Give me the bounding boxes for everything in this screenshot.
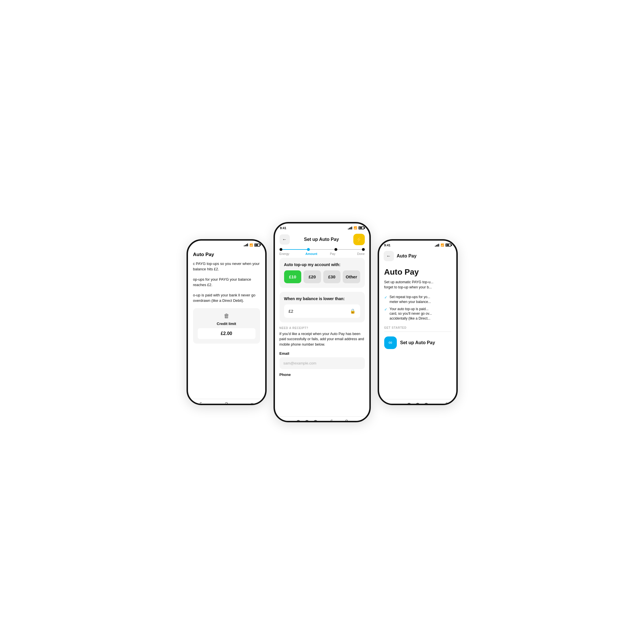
amount-20-button[interactable]: £20 [304,270,321,283]
setup-autopay-button[interactable]: ∞ Set up Auto Pay [384,335,451,350]
center-nav-header: ← Set up Auto Pay ⚡ [275,231,369,248]
right-nav-usage[interactable]: ⬤—⬤—⬤ [407,402,429,405]
amount-card-title: Auto top-up my account with: [284,262,360,267]
left-nav-item-menu[interactable]: ≡ [251,401,254,405]
credit-limit-value: £2.00 [198,328,255,339]
right-payment-icon: £ [445,402,448,405]
left-text-2: op-ups for your PAYG your balance reache… [193,277,260,288]
battery-icon [254,243,260,247]
center-nav-help[interactable]: ? [345,419,348,422]
right-body: Auto Pay Set up automatic PAYG top-u...f… [379,264,456,354]
center-phone: 9:41 📶 ← Set up Auto Pay ⚡ [274,222,371,422]
left-nav-item-payment[interactable]: £ [199,401,202,405]
left-text-3: o-up is paid with your bank ll never go … [193,292,260,304]
right-bottom-nav: ⌂ ⬤—⬤—⬤ £ [379,399,456,405]
center-battery-icon [358,226,364,229]
credit-limit-card: 🗑 Credit limit £2.00 [193,308,260,344]
check-item-2: ✓ Your auto top-up is paid...card, so yo… [384,307,451,321]
center-status-icons: 📶 [348,226,364,229]
center-nav-menu[interactable]: ≡ [360,419,363,422]
left-phone-content: Auto Pay c PAYG top-ups so you never whe… [188,248,265,405]
step-label-energy: Energy [280,252,301,255]
phone-field-label: Phone [280,372,365,377]
back-arrow-icon: ← [282,237,287,242]
center-wifi-icon: 📶 [354,226,357,229]
right-time: 9:41 [384,243,391,247]
wifi-icon: 📶 [249,243,253,247]
email-field-label: Email [280,351,365,356]
right-nav-home[interactable]: ⌂ [387,402,390,405]
amount-card: Auto top-up my account with: £10 £20 £30… [280,258,365,288]
receipt-section: NEED A RECEIPT? If you'd like a receipt … [275,326,369,383]
left-status-icons: 📶 [244,243,260,247]
steps-labels-row: Energy Amount Pay Done [280,252,365,255]
check-list: ✓ Set repeat top-ups for yo...meter when… [384,295,451,321]
receipt-desc: If you'd like a receipt when your Auto P… [280,331,365,347]
right-back-arrow-icon: ← [387,253,391,259]
lightning-icon: ⚡ [356,236,362,243]
amount-30-button[interactable]: £30 [323,270,341,283]
step-line-2 [310,249,334,250]
check-item-1: ✓ Set repeat top-ups for yo...meter when… [384,295,451,304]
right-phone-content: ← Auto Pay Auto Pay Set up automatic PAY… [379,248,456,405]
amount-options: £10 £20 £30 Other [284,270,360,283]
left-status-bar: 📶 [188,241,265,248]
center-nav-home[interactable]: ⌂ [281,419,284,422]
balance-card: When my balance is lower than: £2 🔒 [280,292,365,322]
help-icon: ? [225,401,228,405]
step-label-amount: Amount [301,252,322,255]
home-icon: ⌂ [281,419,284,422]
infinity-symbol: ∞ [389,340,392,346]
right-nav-payment[interactable]: £ [445,402,448,405]
credit-limit-label: Credit limit [217,322,236,326]
center-help-icon: ? [345,419,348,422]
payment-icon: £ [199,401,202,405]
amount-other-button[interactable]: Other [343,270,360,283]
left-text-block-2: op-ups for your PAYG your balance reache… [193,277,260,288]
progress-steps: Energy Amount Pay Done [275,248,369,258]
left-text-block-3: o-up is paid with your bank ll never go … [193,292,260,304]
check-text-1: Set repeat top-ups for yo...meter when y… [390,295,431,304]
steps-track [280,248,365,251]
right-nav-header: ← Auto Pay [379,248,456,264]
center-menu-icon: ≡ [360,419,363,422]
right-battery-icon [445,243,451,247]
left-body: c PAYG top-ups so you never when your ba… [188,261,265,344]
right-status-bar: 9:41 📶 [379,241,456,248]
setup-btn-label: Set up Auto Pay [400,340,435,345]
center-back-button[interactable]: ← [280,234,290,245]
infinity-icon: ∞ [384,336,397,349]
email-input[interactable]: sam@example.com [280,357,365,369]
right-status-icons: 📶 [435,243,451,247]
center-payment-icon: £ [330,419,333,422]
step-line-3 [337,249,362,250]
left-bottom-nav: £ ? ≡ [188,399,265,405]
left-text-block-1: c PAYG top-ups so you never when your ba… [193,261,260,272]
left-text-1: c PAYG top-ups so you never when your ba… [193,261,260,272]
center-nav-payment[interactable]: £ [330,419,333,422]
trash-icon: 🗑 [224,313,229,319]
lightning-button[interactable]: ⚡ [353,234,365,245]
divider [384,332,451,332]
balance-value: £2 [289,309,294,314]
right-wifi-icon: 📶 [441,243,444,247]
center-status-bar: 9:41 📶 [275,223,369,231]
right-back-button[interactable]: ← [384,251,394,261]
step-label-done: Done [343,252,365,255]
center-nav-usage[interactable]: ⬤—⬤—⬤ [296,419,318,422]
signal-icon [244,243,248,246]
balance-input[interactable]: £2 🔒 [284,304,360,318]
step-dot-pay [334,248,337,251]
right-phone: 9:41 📶 ← Auto Pay Auto Pay [378,239,458,405]
center-bottom-nav: ⌂ ⬤—⬤—⬤ £ ? ≡ [275,416,369,422]
right-usage-icon: ⬤—⬤—⬤ [407,402,429,405]
amount-10-button[interactable]: £10 [284,270,302,283]
checkmark-icon-2: ✓ [384,307,387,312]
menu-icon: ≡ [251,401,254,405]
center-signal-icon [348,227,352,229]
receipt-label: NEED A RECEIPT? [280,326,365,330]
autopay-desc: Set up automatic PAYG top-u...forget to … [384,280,451,290]
check-text-2: Your auto top-up is paid...card, so you'… [390,307,432,321]
autopay-heading: Auto Pay [384,267,451,277]
left-nav-item-help[interactable]: ? [225,401,228,405]
